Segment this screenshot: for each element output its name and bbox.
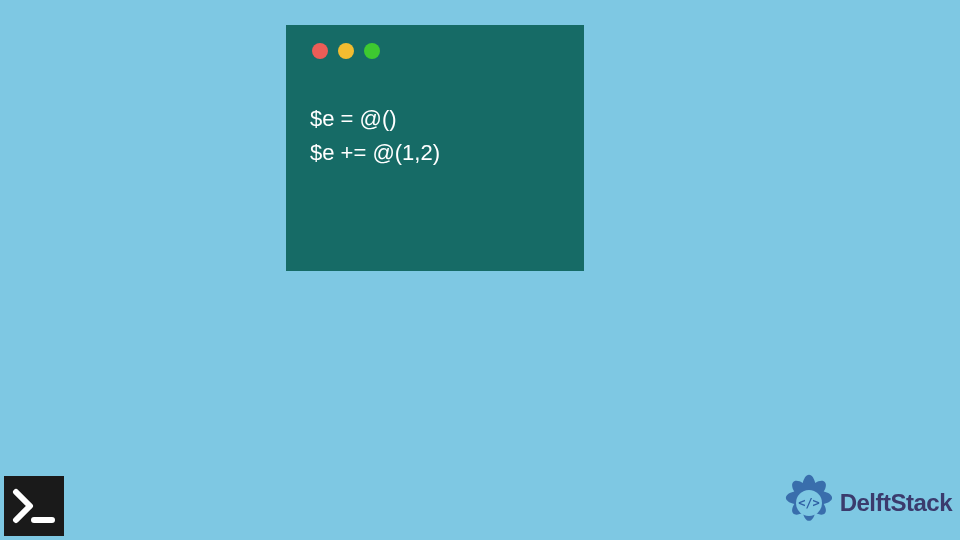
code-line: $e = @() — [310, 102, 564, 136]
window-controls — [312, 43, 564, 59]
delftstack-label: DelftStack — [840, 489, 952, 517]
close-icon[interactable] — [312, 43, 328, 59]
delftstack-brand: </> DelftStack — [780, 474, 952, 532]
delftstack-logo-icon: </> — [780, 474, 838, 532]
code-block: $e = @() $e += @(1,2) — [306, 102, 564, 170]
minimize-icon[interactable] — [338, 43, 354, 59]
powershell-icon — [4, 476, 64, 536]
terminal-window: $e = @() $e += @(1,2) — [286, 25, 584, 271]
code-line: $e += @(1,2) — [310, 136, 564, 170]
maximize-icon[interactable] — [364, 43, 380, 59]
svg-text:</>: </> — [798, 496, 820, 510]
